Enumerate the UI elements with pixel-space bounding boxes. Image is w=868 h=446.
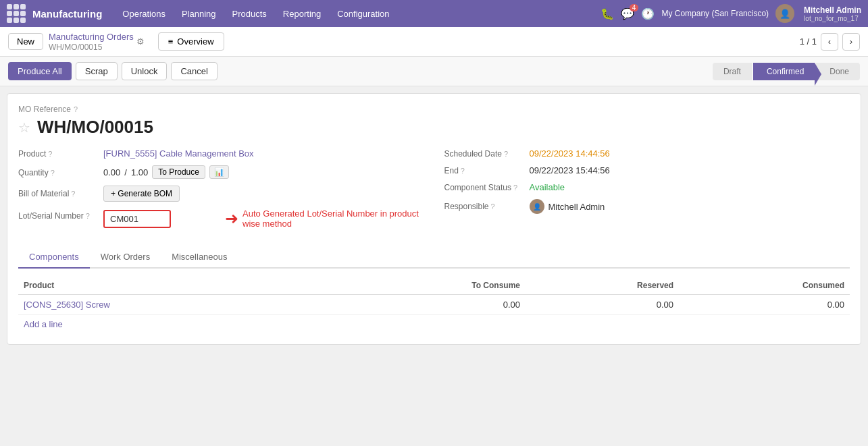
qty-current[interactable]: 0.00: [103, 167, 120, 177]
user-sub: lot_no_for_mo_17: [804, 15, 861, 22]
quantity-label: Quantity ?: [18, 168, 99, 177]
pager-prev[interactable]: ‹: [821, 33, 838, 51]
mo-title: ☆ WH/MO/00015: [18, 117, 850, 138]
tab-work-orders[interactable]: Work Orders: [90, 246, 161, 269]
star-icon[interactable]: ☆: [18, 119, 30, 136]
components-table: Product To Consume Reserved Consumed [CO…: [18, 277, 850, 315]
responsible-value-row: 👤 Mitchell Admin: [530, 199, 605, 214]
row-consumed: 0.00: [679, 295, 850, 315]
produce-all-button[interactable]: Produce All: [8, 62, 72, 80]
to-produce-button[interactable]: To Produce: [152, 165, 205, 179]
chat-icon[interactable]: 💬 4: [621, 7, 634, 20]
scrap-button[interactable]: Scrap: [76, 62, 118, 80]
component-status-value: Available: [530, 182, 565, 192]
breadcrumb: Manufacturing Orders WH/MO/00015: [49, 32, 134, 52]
clock-icon[interactable]: 🕐: [641, 7, 655, 20]
bug-icon[interactable]: 🐛: [601, 7, 614, 20]
end-label: End ?: [444, 166, 526, 175]
tab-components[interactable]: Components: [18, 246, 90, 269]
scheduled-date-label: Scheduled Date ?: [444, 149, 526, 159]
table-row: [CONS_25630] Screw 0.00 0.00 0.00: [18, 295, 850, 315]
bom-help: ?: [71, 190, 75, 198]
action-bar: Produce All Scrap Unlock Cancel Draft Co…: [0, 57, 868, 86]
component-status-help: ?: [513, 184, 517, 192]
responsible-value: Mitchell Admin: [548, 202, 605, 212]
col-reserved: Reserved: [526, 277, 679, 295]
responsible-avatar: 👤: [530, 199, 544, 214]
lot-serial-label: Lot/Serial Number ?: [18, 211, 99, 221]
nav-links: Operations Planning Products Reporting C…: [116, 6, 396, 22]
unlock-button[interactable]: Unlock: [122, 62, 168, 80]
scheduled-date-field: Scheduled Date ? 09/22/2023 14:44:56: [444, 148, 850, 159]
tab-miscellaneous[interactable]: Miscellaneous: [161, 246, 238, 269]
end-value: 09/22/2023 15:44:56: [530, 165, 610, 175]
row-to-consume: 0.00: [333, 295, 526, 315]
responsible-label: Responsible ?: [444, 202, 526, 211]
main-form: MO Reference ? ☆ WH/MO/00015 Product ? […: [7, 93, 861, 345]
gear-icon[interactable]: ⚙: [136, 36, 145, 47]
pager-next[interactable]: ›: [842, 33, 860, 51]
nav-planning[interactable]: Planning: [175, 6, 223, 22]
scheduled-date-value: 09/22/2023 14:44:56: [530, 148, 610, 159]
generate-bom-button[interactable]: + Generate BOM: [103, 186, 180, 202]
product-value[interactable]: [FURN_5555] Cable Management Box: [103, 148, 254, 159]
mo-ref-label: MO Reference ?: [18, 105, 850, 114]
new-button[interactable]: New: [8, 33, 43, 50]
mo-number: WH/MO/00015: [37, 117, 153, 138]
lot-serial-field: Lot/Serial Number ? CM001 ➜ Auto Generat…: [18, 208, 424, 229]
fields-right: Scheduled Date ? 09/22/2023 14:44:56 End…: [444, 148, 850, 235]
lot-serial-input[interactable]: CM001: [103, 210, 171, 228]
end-field: End ? 09/22/2023 15:44:56: [444, 165, 850, 175]
chart-button[interactable]: 📊: [209, 165, 229, 179]
row-reserved: 0.00: [526, 295, 679, 315]
lot-serial-help: ?: [86, 212, 90, 220]
top-nav-right: 🐛 💬 4 🕐 My Company (San Francisco) 👤 Mit…: [601, 4, 861, 23]
overview-label: Overview: [177, 36, 213, 47]
avatar: 👤: [775, 4, 794, 23]
pager-count: 1 / 1: [800, 36, 817, 47]
nav-products[interactable]: Products: [226, 6, 274, 22]
nav-operations[interactable]: Operations: [116, 6, 172, 22]
fields-left: Product ? [FURN_5555] Cable Management B…: [18, 148, 424, 235]
component-status-label: Component Status ?: [444, 183, 526, 192]
app-name: Manufacturing: [32, 8, 102, 20]
breadcrumb-main[interactable]: Manufacturing Orders: [49, 32, 134, 42]
lot-serial-container: CM001 ➜ Auto Generated Lot/Serial Number…: [103, 208, 424, 229]
nav-reporting[interactable]: Reporting: [276, 6, 328, 22]
product-help: ?: [48, 150, 52, 158]
quantity-field: Quantity ? 0.00 / 1.00 To Produce 📊: [18, 165, 424, 179]
arrow-icon: ➜: [225, 209, 238, 228]
notification-badge: 4: [630, 4, 639, 11]
app-grid-icon[interactable]: [7, 4, 26, 23]
qty-row: 0.00 / 1.00 To Produce 📊: [103, 165, 229, 179]
company-label: My Company (San Francisco): [661, 9, 769, 18]
status-pipeline: Draft Confirmed Done: [713, 63, 860, 80]
nav-configuration[interactable]: Configuration: [330, 6, 396, 22]
add-line-button[interactable]: Add a line: [18, 315, 68, 333]
user-info: Mitchell Admin lot_no_for_mo_17: [804, 5, 861, 22]
row-product: [CONS_25630] Screw: [18, 295, 333, 315]
tabs-row: Components Work Orders Miscellaneous: [18, 246, 850, 269]
top-navigation: Manufacturing Operations Planning Produc…: [0, 0, 868, 27]
pager: 1 / 1 ‹ ›: [800, 33, 860, 51]
responsible-field: Responsible ? 👤 Mitchell Admin: [444, 199, 850, 214]
responsible-help: ?: [491, 202, 495, 211]
overview-button[interactable]: ≡ Overview: [158, 32, 224, 51]
product-field: Product ? [FURN_5555] Cable Management B…: [18, 148, 424, 159]
arrow-annotation: ➜ Auto Generated Lot/Serial Number in pr…: [225, 208, 424, 229]
status-draft[interactable]: Draft: [713, 63, 752, 80]
scheduled-date-help: ?: [504, 150, 508, 158]
status-done[interactable]: Done: [816, 63, 860, 80]
col-to-consume: To Consume: [333, 277, 526, 295]
breadcrumb-bar: New Manufacturing Orders WH/MO/00015 ⚙ ≡…: [0, 27, 868, 57]
qty-slash: /: [124, 167, 127, 177]
product-link[interactable]: [CONS_25630] Screw: [24, 300, 110, 310]
product-label: Product ?: [18, 149, 99, 159]
user-name: Mitchell Admin: [804, 5, 861, 15]
quantity-help: ?: [51, 169, 55, 177]
bom-label: Bill of Material ?: [18, 189, 99, 198]
status-confirmed[interactable]: Confirmed: [753, 63, 815, 80]
cancel-button[interactable]: Cancel: [171, 62, 217, 80]
col-consumed: Consumed: [679, 277, 850, 295]
fields-grid: Product ? [FURN_5555] Cable Management B…: [18, 148, 850, 235]
